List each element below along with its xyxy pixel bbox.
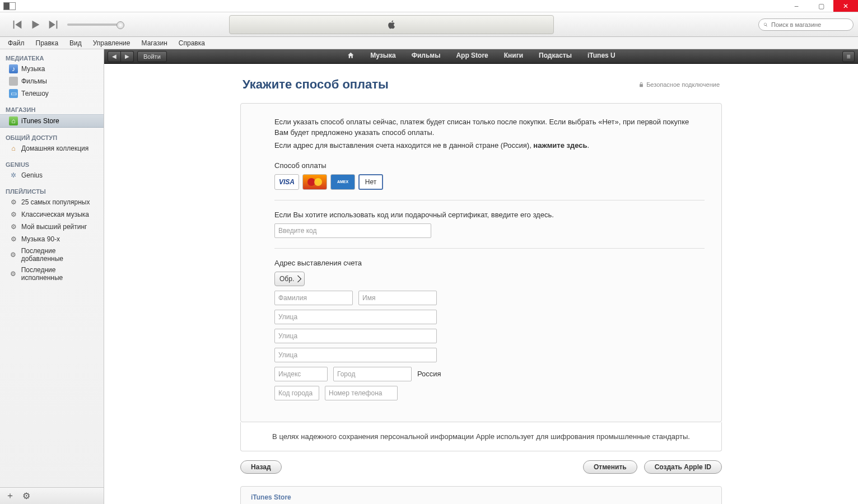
billing-address-label: Адрес выставления счета xyxy=(274,259,705,267)
street1-field[interactable] xyxy=(274,310,437,324)
apple-logo-icon xyxy=(385,18,398,31)
store-home-link[interactable] xyxy=(347,52,355,61)
volume-slider[interactable] xyxy=(67,24,123,26)
gift-code-label: Если Вы хотите использовать код или пода… xyxy=(274,211,705,219)
store-forward-button[interactable]: ▶ xyxy=(121,51,134,62)
sidebar-item-playlist[interactable]: ⚙Мой высший рейтинг xyxy=(0,221,104,233)
store-menu-button[interactable]: ≡ xyxy=(842,51,855,62)
gear-icon: ⚙ xyxy=(9,250,18,259)
store-search-input[interactable] xyxy=(771,21,848,28)
country-label: Россия xyxy=(417,370,441,378)
sidebar-item-tv[interactable]: ▭ Телешоу xyxy=(0,87,104,100)
window-titlebar: – ▢ ✕ xyxy=(0,0,858,12)
store-back-button[interactable]: ◀ xyxy=(108,51,121,62)
now-playing-display xyxy=(229,15,554,34)
sidebar-header-library: МЕДИАТЕКА xyxy=(0,53,104,63)
salutation-select[interactable]: Обр. xyxy=(274,272,305,286)
music-icon: ♪ xyxy=(9,64,18,73)
security-note-block: В целях надежного сохранения персонально… xyxy=(240,422,722,451)
gear-icon: ⚙ xyxy=(9,269,18,278)
menu-edit[interactable]: Правка xyxy=(31,39,63,47)
sidebar-item-label: Фильмы xyxy=(21,77,47,85)
sidebar-item-home-sharing[interactable]: ⌂ Домашняя коллекция xyxy=(0,142,104,155)
sidebar-item-playlist[interactable]: ⚙Классическая музыка xyxy=(0,208,104,221)
menu-view[interactable]: Вид xyxy=(65,39,86,47)
payment-option-amex[interactable]: AMEX xyxy=(330,174,355,190)
menu-file[interactable]: Файл xyxy=(3,39,29,47)
window-maximize-button[interactable]: ▢ xyxy=(809,0,833,12)
store-link-books[interactable]: Книги xyxy=(504,52,523,61)
page-title: Укажите способ оплаты xyxy=(243,77,389,92)
street2-field[interactable] xyxy=(274,329,437,343)
cancel-button[interactable]: Отменить xyxy=(583,460,637,474)
zip-field[interactable] xyxy=(274,367,328,381)
film-icon xyxy=(9,77,18,86)
store-link-podcasts[interactable]: Подкасты xyxy=(539,52,572,61)
payment-option-none[interactable]: Нет xyxy=(358,174,383,190)
window-close-button[interactable]: ✕ xyxy=(833,0,858,12)
mini-player-toggle[interactable] xyxy=(3,2,16,10)
menu-controls[interactable]: Управление xyxy=(88,39,135,47)
sidebar-header-playlists: ПЛЕЙЛИСТЫ xyxy=(0,186,104,196)
previous-track-button[interactable] xyxy=(11,18,24,31)
sidebar-item-label: Мой высший рейтинг xyxy=(21,223,87,231)
note-line-2: Если адрес для выставления счета находит… xyxy=(274,141,705,151)
genius-icon: ✲ xyxy=(9,171,18,180)
play-button[interactable] xyxy=(29,18,41,31)
sidebar-header-store: МАГАЗИН xyxy=(0,104,104,114)
store-link-movies[interactable]: Фильмы xyxy=(412,52,441,61)
sidebar-item-playlist[interactable]: ⚙25 самых популярных xyxy=(0,196,104,208)
lastname-field[interactable] xyxy=(274,291,353,305)
phone-field[interactable] xyxy=(325,386,398,400)
firstname-field[interactable] xyxy=(358,291,437,305)
sidebar-item-genius[interactable]: ✲ Genius xyxy=(0,169,104,181)
payment-option-mastercard[interactable]: MasterCard xyxy=(302,174,327,190)
gear-icon: ⚙ xyxy=(9,210,18,219)
menubar: Файл Правка Вид Управление Магазин Справ… xyxy=(0,37,858,49)
sidebar-item-label: Последние исполненные xyxy=(21,266,98,282)
sidebar-item-music[interactable]: ♪ Музыка xyxy=(0,63,104,75)
sidebar-item-label: Музыка 90-х xyxy=(21,235,60,243)
sidebar: МЕДИАТЕКА ♪ Музыка Фильмы ▭ Телешоу МАГА… xyxy=(0,49,104,504)
area-code-field[interactable] xyxy=(274,386,319,400)
sidebar-header-genius: GENIUS xyxy=(0,159,104,169)
sidebar-item-playlist[interactable]: ⚙Последние добавленные xyxy=(0,245,104,264)
secure-connection-text: Безопасное подключение xyxy=(646,81,720,88)
search-icon xyxy=(763,21,768,28)
menu-store[interactable]: Магазин xyxy=(137,39,172,47)
store-link-music[interactable]: Музыка xyxy=(370,52,395,61)
back-button[interactable]: Назад xyxy=(240,460,282,474)
sidebar-item-label: Genius xyxy=(21,171,43,179)
sidebar-item-label: Телешоу xyxy=(21,90,49,97)
menu-help[interactable]: Справка xyxy=(174,39,209,47)
store-search-box[interactable] xyxy=(758,18,854,31)
sidebar-item-itunes-store[interactable]: ⌂ iTunes Store xyxy=(0,114,104,128)
sidebar-item-label: 25 самых популярных xyxy=(21,198,90,206)
player-toolbar xyxy=(0,12,858,37)
secure-connection-label: Безопасное подключение xyxy=(638,81,720,88)
create-apple-id-button[interactable]: Создать Apple ID xyxy=(644,460,722,474)
gift-code-input[interactable] xyxy=(274,223,431,238)
payment-option-visa[interactable]: VISA xyxy=(274,174,299,190)
window-minimize-button[interactable]: – xyxy=(784,0,809,12)
add-playlist-button[interactable]: ＋ xyxy=(6,490,15,502)
store-link-apps[interactable]: App Store xyxy=(456,52,488,61)
sidebar-item-movies[interactable]: Фильмы xyxy=(0,75,104,87)
sidebar-item-label: Классическая музыка xyxy=(21,211,89,218)
security-note-text: В целях надежного сохранения персонально… xyxy=(272,432,690,441)
sidebar-item-label: Музыка xyxy=(21,65,45,73)
home-icon xyxy=(347,52,355,59)
sidebar-item-playlist[interactable]: ⚙Музыка 90-х xyxy=(0,233,104,245)
sidebar-item-playlist[interactable]: ⚙Последние исполненные xyxy=(0,264,104,283)
lock-icon xyxy=(638,82,644,87)
gear-icon: ⚙ xyxy=(9,222,18,231)
sidebar-settings-button[interactable]: ⚙ xyxy=(22,491,30,501)
street3-field[interactable] xyxy=(274,348,437,362)
city-field[interactable] xyxy=(333,367,412,381)
tv-icon: ▭ xyxy=(9,89,18,98)
payment-form-block: Если указать способ оплаты сейчас, плате… xyxy=(240,103,722,422)
store-login-button[interactable]: Войти xyxy=(137,51,167,62)
next-track-button[interactable] xyxy=(47,18,59,31)
store-link-itunesu[interactable]: iTunes U xyxy=(587,52,615,61)
click-here-link[interactable]: нажмите здесь xyxy=(533,141,587,150)
